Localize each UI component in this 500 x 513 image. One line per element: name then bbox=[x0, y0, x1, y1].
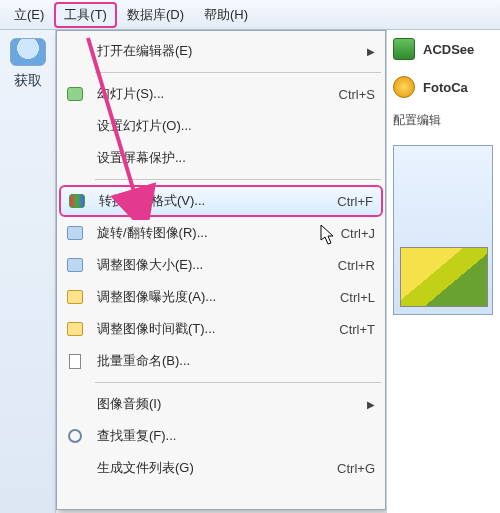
convert-icon bbox=[65, 191, 89, 211]
resize-icon bbox=[63, 255, 87, 275]
menu-open-in-editor[interactable]: 打开在编辑器(E) ▶ bbox=[57, 35, 385, 67]
document-icon bbox=[63, 351, 87, 371]
submenu-arrow-icon: ▶ bbox=[361, 399, 375, 410]
menubar: 立(E) 工具(T) 数据库(D) 帮助(H) bbox=[0, 0, 500, 30]
configure-editors-link[interactable]: 配置编辑 bbox=[387, 106, 500, 135]
acquire-icon[interactable] bbox=[10, 38, 46, 66]
external-editor-acdsee[interactable]: ACDSee bbox=[387, 30, 500, 68]
exposure-icon bbox=[63, 287, 87, 307]
rotate-icon bbox=[63, 223, 87, 243]
menu-separator bbox=[95, 179, 381, 180]
right-panel: ACDSee FotoCa 配置编辑 bbox=[386, 30, 500, 513]
thumbnail-image bbox=[400, 247, 488, 307]
menubar-item-database[interactable]: 数据库(D) bbox=[117, 2, 194, 28]
menu-adjust-exposure[interactable]: 调整图像曝光度(A)... Ctrl+L bbox=[57, 281, 385, 313]
menu-separator bbox=[95, 72, 381, 73]
menu-set-slideshow[interactable]: 设置幻灯片(O)... bbox=[57, 110, 385, 142]
fotoca-icon bbox=[393, 76, 415, 98]
slideshow-icon bbox=[63, 84, 87, 104]
menu-rotate-flip[interactable]: 旋转/翻转图像(R)... Ctrl+J bbox=[57, 217, 385, 249]
menu-resize-image[interactable]: 调整图像大小(E)... Ctrl+R bbox=[57, 249, 385, 281]
preview-pane bbox=[393, 145, 493, 315]
acdsee-icon bbox=[393, 38, 415, 60]
menu-separator bbox=[95, 382, 381, 383]
blank-icon bbox=[63, 148, 87, 168]
menu-set-screensaver[interactable]: 设置屏幕保护... bbox=[57, 142, 385, 174]
tools-dropdown: 打开在编辑器(E) ▶ 幻灯片(S)... Ctrl+S 设置幻灯片(O)...… bbox=[56, 30, 386, 510]
submenu-arrow-icon: ▶ bbox=[361, 46, 375, 57]
menu-slideshow[interactable]: 幻灯片(S)... Ctrl+S bbox=[57, 78, 385, 110]
menu-generate-file-list[interactable]: 生成文件列表(G) Ctrl+G bbox=[57, 452, 385, 484]
blank-icon bbox=[63, 458, 87, 478]
external-editor-fotoca[interactable]: FotoCa bbox=[387, 68, 500, 106]
menu-convert-file-format[interactable]: 转换文件格式(V)... Ctrl+F bbox=[59, 185, 383, 217]
menu-adjust-timestamp[interactable]: 调整图像时间戳(T)... Ctrl+T bbox=[57, 313, 385, 345]
blank-icon bbox=[63, 41, 87, 61]
blank-icon bbox=[63, 116, 87, 136]
blank-icon bbox=[63, 394, 87, 414]
menubar-item-help[interactable]: 帮助(H) bbox=[194, 2, 258, 28]
timestamp-icon bbox=[63, 319, 87, 339]
menu-image-audio[interactable]: 图像音频(I) ▶ bbox=[57, 388, 385, 420]
acquire-label: 获取 bbox=[0, 72, 55, 90]
menu-find-duplicates[interactable]: 查找重复(F)... bbox=[57, 420, 385, 452]
menubar-item-tools[interactable]: 工具(T) bbox=[54, 2, 117, 28]
left-toolbar: 获取 bbox=[0, 30, 56, 513]
menubar-item-file[interactable]: 立(E) bbox=[4, 2, 54, 28]
find-icon bbox=[63, 426, 87, 446]
menu-batch-rename[interactable]: 批量重命名(B)... bbox=[57, 345, 385, 377]
